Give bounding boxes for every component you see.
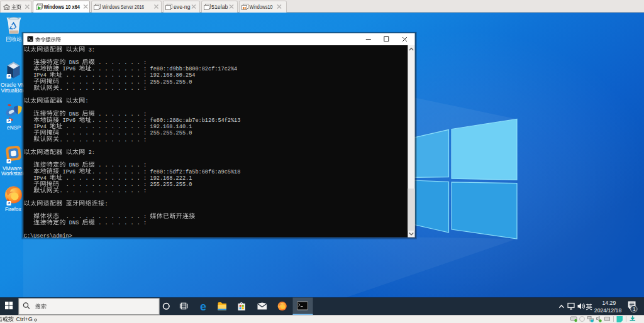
svg-text:192.168.222.1: 192.168.222.1 [150,175,192,182]
svg-text:C:\Users\admin>: C:\Users\admin> [24,233,72,239]
svg-text:Firefox: Firefox [5,206,21,212]
svg-text:51elab: 51elab [211,4,228,10]
svg-text:255.255.255.0: 255.255.255.0 [150,130,192,136]
svg-text:2024/12/18: 2024/12/18 [594,307,622,314]
svg-text:fe80::d9bb:b800:82cf:17c2%4: fe80::d9bb:b800:82cf:17c2%4 [150,66,238,72]
svg-text:3:: 3: [89,47,95,53]
svg-text:Ctrl+G: Ctrl+G [16,316,33,322]
svg-text:2:: 2: [89,150,95,156]
svg-text:255.255.255.0: 255.255.255.0 [150,79,192,85]
svg-text:eNSP: eNSP [7,124,21,131]
svg-text:fe80::5df2:fa5b:60f6:a9c5%18: fe80::5df2:fa5b:60f6:a9c5%18 [150,169,241,175]
svg-text:1: 1 [633,306,636,312]
svg-text:eve-ng: eve-ng [174,4,191,10]
svg-text:255.255.255.0: 255.255.255.0 [150,182,192,188]
svg-text:e: e [200,300,206,313]
svg-text::: : [104,201,108,207]
svg-text:fe80::288c:ab7e:b126:54f2%13: fe80::288c:ab7e:b126:54f2%13 [150,118,241,124]
svg-text:192.168.80.254: 192.168.80.254 [150,72,196,79]
svg-text:Windows Server 2016: Windows Server 2016 [103,4,145,10]
svg-text:Windows 10 x64: Windows 10 x64 [44,4,80,10]
svg-text:Windows10: Windows10 [250,4,273,10]
svg-text:14:29: 14:29 [602,300,616,306]
svg-text:. . . . . . . . . . . . :: . . . . . . . . . . . . : [66,214,147,220]
svg-text::: : [86,98,89,104]
svg-text:192.168.140.1: 192.168.140.1 [150,124,192,130]
